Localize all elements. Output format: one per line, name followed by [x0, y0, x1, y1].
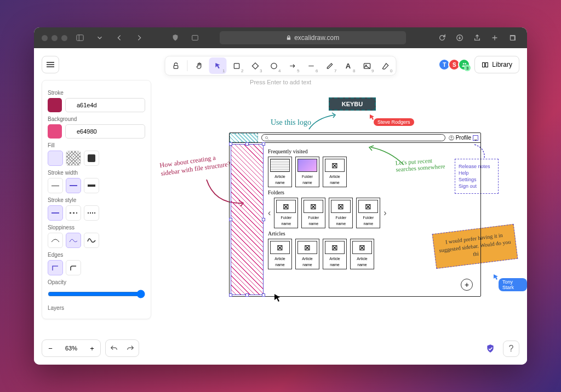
edge-round[interactable] — [66, 260, 81, 275]
slop-artist[interactable] — [66, 233, 81, 248]
sloppiness-label: Sloppiness — [48, 224, 145, 230]
shield-status-icon[interactable] — [482, 341, 499, 357]
svg-rect-3 — [510, 36, 514, 41]
next-icon: › — [383, 208, 386, 218]
article-card: ⊠Article name — [268, 239, 292, 269]
library-label: Library — [492, 61, 512, 68]
stroke-label: Stroke — [48, 90, 145, 96]
avatar-share[interactable]: 3 — [458, 59, 470, 71]
browser-window: excalidraw.com 1 2 3 4 5 6 7 A8 9 0 — [34, 27, 527, 365]
zoom-level[interactable]: 63% — [59, 340, 84, 356]
background-hex-input[interactable] — [65, 124, 145, 139]
excalidraw-app: 1 2 3 4 5 6 7 A8 9 0 T S 3 Library Press… — [34, 48, 527, 365]
undo-button[interactable] — [106, 340, 122, 356]
opacity-slider[interactable] — [48, 290, 145, 298]
slop-cartoon[interactable] — [84, 233, 99, 248]
mock-sidebar-selected — [231, 144, 264, 295]
text-tool[interactable]: A8 — [340, 57, 357, 74]
lock-icon — [286, 35, 291, 41]
diamond-tool[interactable]: 3 — [247, 57, 264, 74]
mock-profile: Profile⌄ — [449, 133, 480, 142]
bottom-right-controls: ? — [482, 341, 519, 357]
back-icon[interactable] — [112, 32, 127, 44]
line-tool[interactable]: 6 — [302, 57, 320, 74]
stroke-thin[interactable] — [48, 178, 63, 193]
share-icon[interactable] — [470, 32, 484, 44]
plus-icon[interactable] — [488, 32, 502, 44]
ellipse-tool[interactable]: 4 — [265, 57, 283, 74]
steve-cursor-icon — [369, 114, 376, 120]
logo-arrow — [308, 113, 341, 135]
svg-point-6 — [271, 63, 276, 68]
folder-card: ⊠Folder name — [274, 198, 298, 228]
sidebar-toggle-icon[interactable] — [73, 32, 87, 44]
lock-tool[interactable] — [167, 57, 185, 74]
traffic-lights[interactable] — [42, 35, 67, 41]
selection-tool[interactable]: 1 — [209, 57, 227, 74]
folder-card: ⊠Folder name — [329, 198, 353, 228]
stroke-thick[interactable] — [84, 178, 99, 193]
stroke-med[interactable] — [66, 178, 81, 193]
style-dotted[interactable] — [84, 205, 99, 221]
svg-rect-4 — [174, 65, 178, 68]
reader-icon[interactable] — [188, 32, 202, 44]
tabs-icon[interactable] — [505, 32, 519, 44]
tony-cursor-icon — [493, 274, 500, 280]
library-button[interactable]: Library — [474, 56, 519, 73]
arrow-tool[interactable]: 5 — [284, 57, 301, 74]
canvas-hint: Press Enter to add text — [250, 79, 311, 85]
svg-point-11 — [450, 136, 452, 138]
slop-arch[interactable] — [48, 233, 63, 248]
fill-solid[interactable] — [84, 151, 99, 166]
bottom-left-controls: − 63% + — [42, 339, 139, 357]
style-dashed[interactable] — [66, 205, 81, 221]
logo-placeholder: KEYBU — [329, 97, 376, 111]
tony-cursor-label: Tony Stark — [499, 278, 527, 291]
freq-card: Article name — [268, 157, 292, 187]
recent-arrow — [368, 146, 407, 168]
folders-title: Folders — [268, 189, 477, 195]
reload-icon[interactable] — [435, 32, 449, 44]
folder-card: ⊠Folder name — [301, 198, 325, 228]
book-icon — [482, 61, 489, 68]
opacity-label: Opacity — [48, 279, 145, 285]
properties-panel: Stroke Background Fill Stroke width — [42, 80, 151, 319]
hamburger-menu[interactable] — [42, 56, 59, 73]
address-bar[interactable]: excalidraw.com — [220, 31, 406, 44]
stroke-width-label: Stroke width — [48, 170, 145, 176]
chevron-down-icon[interactable] — [93, 32, 107, 44]
fill-hachure[interactable] — [48, 151, 63, 166]
sidebar-note: How about creating a sidebar with file s… — [159, 152, 232, 178]
svg-rect-0 — [77, 35, 83, 41]
fill-cross[interactable] — [66, 151, 81, 166]
stroke-hex-input[interactable] — [65, 98, 145, 112]
freq-title: Frequently visited — [268, 148, 477, 154]
shield-icon[interactable] — [168, 32, 182, 44]
top-right-controls: T S 3 Library — [440, 56, 519, 73]
rectangle-tool[interactable]: 2 — [228, 57, 245, 74]
use-logo-note: Use this logo — [271, 118, 311, 127]
main-toolbar: 1 2 3 4 5 6 7 A8 9 0 — [165, 56, 397, 76]
svg-rect-5 — [234, 63, 239, 68]
pencil-tool[interactable]: 7 — [321, 57, 339, 74]
image-tool[interactable]: 9 — [358, 57, 376, 74]
hand-tool[interactable] — [191, 57, 208, 74]
collaborator-avatars[interactable]: T S 3 — [440, 59, 470, 71]
zoom-out[interactable]: − — [42, 340, 59, 356]
edges-label: Edges — [48, 252, 145, 258]
zoom-in[interactable]: + — [84, 340, 100, 356]
dropdown-arrow — [472, 143, 489, 161]
background-swatch[interactable] — [48, 124, 62, 139]
fill-label: Fill — [48, 142, 145, 148]
redo-button[interactable] — [122, 340, 139, 356]
forward-icon[interactable] — [132, 32, 146, 44]
zoom-controls: − 63% + — [42, 339, 101, 357]
prev-icon: ‹ — [268, 208, 271, 218]
stroke-swatch[interactable] — [48, 98, 62, 112]
eraser-tool[interactable]: 0 — [377, 57, 394, 74]
help-button[interactable]: ? — [503, 341, 519, 357]
edge-sharp[interactable] — [48, 260, 63, 275]
style-solid[interactable] — [48, 205, 63, 221]
download-icon[interactable] — [453, 32, 467, 44]
article-card: ⊠Article name — [295, 239, 319, 269]
